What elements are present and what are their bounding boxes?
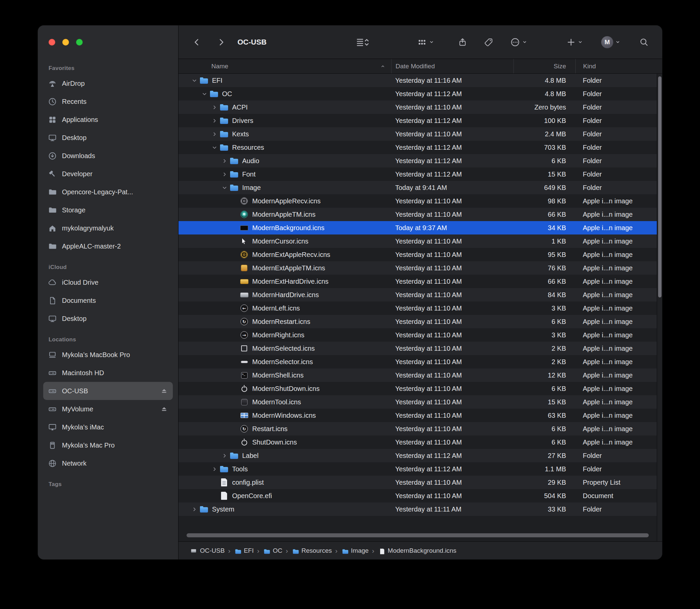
close-button[interactable] — [49, 39, 55, 46]
table-row[interactable]: ModernShutDown.icns Yesterday at 11:10 A… — [178, 382, 657, 395]
minimize-button[interactable] — [62, 39, 69, 46]
table-row[interactable]: ModernCursor.icns Yesterday at 11:10 AM … — [178, 234, 657, 248]
table-row[interactable]: ModernExtAppleRecv.icns Yesterday at 11:… — [178, 248, 657, 261]
table-row[interactable]: ModernSelector.icns Yesterday at 11:10 A… — [178, 355, 657, 368]
table-row[interactable]: Tools Yesterday at 11:12 AM 1.1 MB Folde… — [178, 462, 657, 476]
table-row[interactable]: OC Yesterday at 11:12 AM 4.8 MB Folder — [178, 87, 657, 101]
account-button[interactable]: M — [601, 36, 620, 48]
path-item-modernbackground-icns[interactable]: ModernBackground.icns — [378, 547, 456, 554]
table-row[interactable]: ModernSelected.icns Yesterday at 11:10 A… — [178, 342, 657, 355]
path-item-oc[interactable]: OC — [263, 547, 282, 554]
table-row[interactable]: ModernRight.icns Yesterday at 11:10 AM 3… — [178, 328, 657, 342]
plus-icon — [566, 37, 576, 47]
table-row[interactable]: ModernExtHardDrive.icns Yesterday at 11:… — [178, 275, 657, 288]
disclosure-chevron-icon[interactable] — [200, 90, 208, 98]
table-row[interactable]: ModernExtAppleTM.icns Yesterday at 11:10… — [178, 261, 657, 275]
sidebar-item-macintosh-hd[interactable]: Macintosh HD — [43, 364, 173, 382]
path-item-efi[interactable]: EFI — [234, 547, 254, 554]
file-size: 1.1 MB — [513, 465, 575, 473]
sidebar-item-desktop[interactable]: Desktop — [43, 129, 173, 147]
table-row[interactable]: Image Today at 9:41 AM 649 KB Folder — [178, 181, 657, 194]
sidebar-item-network[interactable]: Network — [43, 454, 173, 472]
table-row[interactable]: ModernRestart.icns Yesterday at 11:10 AM… — [178, 315, 657, 328]
column-header-name[interactable]: Name — [178, 59, 391, 73]
table-row[interactable]: ShutDown.icns Yesterday at 11:10 AM 6 KB… — [178, 435, 657, 449]
file-name: ModernHardDrive.icns — [252, 291, 319, 299]
horizontal-scrollbar-thumb[interactable] — [187, 533, 649, 537]
table-row[interactable]: ModernLeft.icns Yesterday at 11:10 AM 3 … — [178, 301, 657, 315]
sidebar-item-airdrop[interactable]: AirDrop — [43, 74, 173, 92]
disclosure-chevron-icon[interactable] — [211, 130, 218, 138]
sidebar-item-opencore-legacy-pat[interactable]: Opencore-Legacy-Pat... — [43, 183, 173, 201]
path-item-oc-usb[interactable]: OC-USB — [190, 547, 225, 554]
sidebar-item-desktop[interactable]: Desktop — [43, 310, 173, 328]
column-header-kind[interactable]: Kind — [575, 59, 662, 73]
table-row[interactable]: Label Yesterday at 11:12 AM 27 KB Folder — [178, 449, 657, 462]
table-row[interactable]: ModernShell.icns Yesterday at 11:10 AM 1… — [178, 368, 657, 382]
table-row[interactable]: ModernAppleRecv.icns Yesterday at 11:10 … — [178, 194, 657, 208]
disclosure-chevron-icon[interactable] — [191, 505, 198, 513]
sidebar-item-recents[interactable]: Recents — [43, 92, 173, 110]
file-date-modified: Yesterday at 11:12 AM — [391, 157, 513, 165]
vertical-scrollbar-thumb[interactable] — [658, 76, 662, 297]
sidebar-item-applications[interactable]: Applications — [43, 110, 173, 129]
table-row[interactable]: Drivers Yesterday at 11:12 AM 100 KB Fol… — [178, 114, 657, 127]
table-row[interactable]: ModernBackground.icns Today at 9:37 AM 3… — [178, 221, 657, 234]
disclosure-chevron-icon[interactable] — [221, 184, 228, 191]
sidebar-item-mykola-s-mac-pro[interactable]: Mykola’s Mac Pro — [43, 436, 173, 454]
table-row[interactable]: Resources Yesterday at 11:12 AM 703 KB F… — [178, 141, 657, 154]
view-options-button[interactable] — [355, 37, 370, 47]
search-button[interactable] — [640, 37, 649, 47]
share-button[interactable] — [458, 37, 467, 47]
tag-button[interactable] — [484, 37, 493, 47]
sidebar-item-developer[interactable]: Developer — [43, 165, 173, 183]
column-header-date[interactable]: Date Modified — [391, 59, 513, 73]
eject-icon[interactable] — [160, 387, 168, 395]
sidebar-item-documents[interactable]: Documents — [43, 292, 173, 310]
zoom-button[interactable] — [76, 39, 83, 46]
back-button[interactable] — [193, 38, 201, 47]
table-row[interactable]: ModernAppleTM.icns Yesterday at 11:10 AM… — [178, 208, 657, 221]
table-row[interactable]: System Yesterday at 11:11 AM 33 KB Folde… — [178, 503, 657, 516]
download-icon — [48, 152, 57, 160]
table-row[interactable]: Font Yesterday at 11:12 AM 15 KB Folder — [178, 168, 657, 181]
more-actions-button[interactable] — [510, 37, 527, 47]
eject-icon[interactable] — [160, 405, 168, 413]
table-row[interactable]: config.plist Yesterday at 11:10 AM 29 KB… — [178, 476, 657, 489]
disclosure-chevron-icon[interactable] — [221, 452, 228, 459]
disclosure-chevron-icon[interactable] — [191, 77, 198, 84]
disclosure-chevron-icon[interactable] — [221, 157, 228, 164]
sidebar-item-downloads[interactable]: Downloads — [43, 147, 173, 165]
disclosure-chevron-icon[interactable] — [221, 171, 228, 178]
sidebar-item-applealc-master-2[interactable]: AppleALC-master-2 — [43, 237, 173, 255]
disclosure-chevron-icon[interactable] — [211, 117, 218, 124]
forward-button[interactable] — [217, 38, 225, 47]
sidebar-item-mykolagrymalyuk[interactable]: mykolagrymalyuk — [43, 219, 173, 237]
disclosure-chevron-icon[interactable] — [211, 104, 218, 111]
sidebar-item-oc-usb[interactable]: OC-USB — [43, 382, 173, 400]
table-row[interactable]: ModernHardDrive.icns Yesterday at 11:10 … — [178, 288, 657, 301]
path-item-image[interactable]: Image — [341, 547, 369, 554]
sidebar-item-myvolume[interactable]: MyVolume — [43, 400, 173, 418]
group-button[interactable] — [417, 37, 434, 47]
table-row[interactable]: ModernWindows.icns Yesterday at 11:10 AM… — [178, 409, 657, 422]
table-row[interactable]: ACPI Yesterday at 11:10 AM Zero bytes Fo… — [178, 101, 657, 114]
sidebar-section-title: Favorites — [49, 65, 178, 72]
column-header-size[interactable]: Size — [513, 59, 575, 73]
sidebar-item-label: Mykola’s iMac — [62, 423, 104, 431]
sidebar-item-mykola-s-macbook-pro[interactable]: Mykola’s MacBook Pro — [43, 346, 173, 364]
table-row[interactable]: Restart.icns Yesterday at 11:10 AM 6 KB … — [178, 422, 657, 435]
disclosure-chevron-icon[interactable] — [211, 465, 218, 473]
sidebar-item-icloud-drive[interactable]: iCloud Drive — [43, 273, 173, 292]
disclosure-chevron-icon[interactable] — [211, 144, 218, 151]
new-item-button[interactable] — [566, 37, 583, 47]
square-orange-icon — [240, 263, 249, 273]
table-row[interactable]: Audio Yesterday at 11:12 AM 6 KB Folder — [178, 154, 657, 168]
sidebar-item-storage[interactable]: Storage — [43, 201, 173, 219]
sidebar-item-mykola-s-imac[interactable]: Mykola’s iMac — [43, 418, 173, 436]
table-row[interactable]: OpenCore.efi Yesterday at 11:10 AM 504 K… — [178, 489, 657, 503]
table-row[interactable]: Kexts Yesterday at 11:10 AM 2.4 MB Folde… — [178, 127, 657, 141]
table-row[interactable]: EFI Yesterday at 11:16 AM 4.8 MB Folder — [178, 74, 657, 87]
table-row[interactable]: ModernTool.icns Yesterday at 11:10 AM 15… — [178, 395, 657, 409]
path-item-resources[interactable]: Resources — [292, 547, 332, 554]
